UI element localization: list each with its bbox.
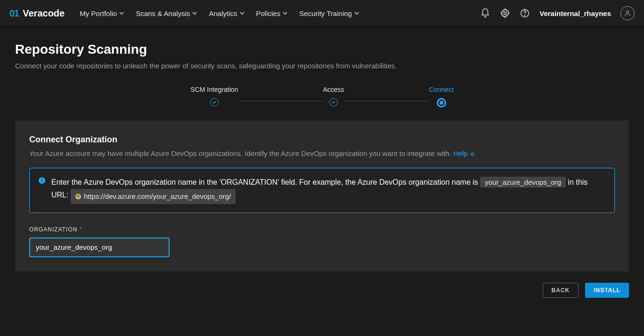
bell-icon[interactable] [480, 8, 490, 18]
chevron-down-icon [354, 10, 359, 16]
step-connect: Connect [429, 86, 454, 107]
page-title: Repository Scanning [15, 42, 629, 57]
help-icon[interactable] [520, 8, 530, 18]
nav-policies[interactable]: Policies [256, 9, 288, 17]
page-body: Repository Scanning Connect your code re… [0, 27, 644, 298]
step-label: Access [323, 86, 344, 93]
chevron-down-icon [119, 10, 124, 16]
main-nav: My Portfolio Scans & Analysis Analytics … [80, 9, 359, 17]
external-link-icon: ⧉ [471, 151, 474, 157]
org-name-chip: your_azure_devops_org [480, 177, 566, 188]
user-icon [624, 9, 631, 17]
chevron-down-icon [192, 10, 197, 16]
header-actions: Verainternal_rhaynes [480, 6, 635, 20]
step-label: SCM Integration [190, 86, 238, 93]
username: Verainternal_rhaynes [539, 9, 611, 17]
svg-rect-5 [41, 180, 42, 182]
nav-my-portfolio[interactable]: My Portfolio [80, 9, 124, 17]
step-access: Access [323, 86, 344, 107]
chevron-down-icon [239, 10, 245, 16]
url-chip: ⊕ https://dev.azure.com/your_azure_devop… [71, 189, 236, 204]
logo-mark: 01 [9, 8, 19, 19]
nav-scans-analysis[interactable]: Scans & Analysis [136, 9, 197, 17]
avatar[interactable] [620, 6, 635, 20]
url-text: https://dev.azure.com/your_azure_devops_… [84, 190, 231, 203]
current-step-icon [437, 98, 446, 107]
info-box: Enter the Azure DevOps organization name… [29, 168, 615, 213]
svg-point-3 [626, 11, 628, 13]
step-label: Connect [429, 86, 454, 93]
info-text: Enter the Azure DevOps organization name… [51, 176, 606, 204]
card-subtitle: Your Azure account may have multiple Azu… [29, 149, 615, 157]
nav-label: Analytics [209, 9, 237, 17]
required-mark: * [80, 226, 82, 233]
stepper: SCM Integration Access Connect [15, 84, 629, 107]
nav-label: My Portfolio [80, 9, 117, 17]
nav-security-training[interactable]: Security Training [299, 9, 359, 17]
label-text: ORGANIZATION [29, 226, 77, 233]
organization-input[interactable] [29, 238, 170, 257]
button-row: BACK INSTALL [15, 283, 629, 298]
svg-point-0 [504, 12, 506, 15]
logo[interactable]: 01 Veracode [9, 8, 65, 19]
gear-icon[interactable] [500, 8, 510, 18]
card-subtitle-text: Your Azure account may have multiple Azu… [29, 149, 453, 157]
step-connector [344, 101, 429, 101]
logo-text: Veracode [23, 8, 65, 19]
install-button[interactable]: INSTALL [585, 283, 629, 298]
info-prefix: Enter the Azure DevOps organization name… [51, 178, 480, 186]
help-link-label: Help [453, 149, 468, 157]
check-icon [210, 98, 219, 107]
step-scm-integration: SCM Integration [190, 86, 238, 107]
nav-analytics[interactable]: Analytics [209, 9, 245, 17]
svg-point-6 [41, 179, 42, 180]
back-button[interactable]: BACK [543, 283, 579, 298]
connect-card: Connect Organization Your Azure account … [15, 121, 629, 271]
help-link[interactable]: Help ⧉ [453, 149, 474, 157]
svg-point-2 [525, 15, 525, 16]
step-connector [238, 101, 323, 101]
check-icon [329, 98, 338, 107]
chevron-down-icon [282, 10, 288, 16]
page-subtitle: Connect your code repositories to unleas… [15, 62, 629, 70]
nav-label: Security Training [299, 9, 352, 17]
globe-icon: ⊕ [75, 194, 81, 199]
info-icon [38, 177, 46, 184]
app-header: 01 Veracode My Portfolio Scans & Analysi… [0, 0, 644, 27]
organization-field-label: ORGANIZATION * [29, 226, 615, 233]
card-title: Connect Organization [29, 135, 615, 145]
nav-label: Policies [256, 9, 281, 17]
nav-label: Scans & Analysis [136, 9, 190, 17]
